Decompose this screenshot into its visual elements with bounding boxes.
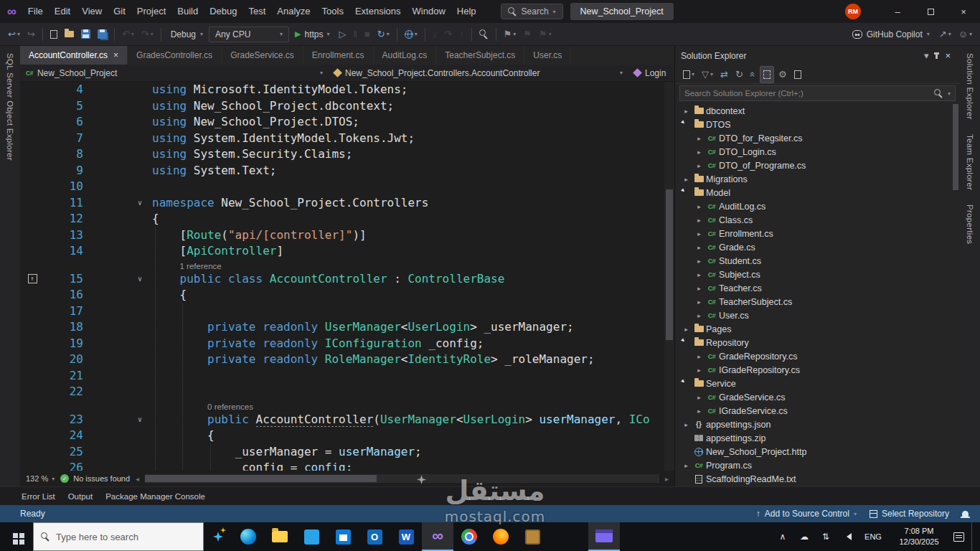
find-in-files-icon[interactable] bbox=[476, 26, 491, 43]
refresh-icon[interactable]: ↻ bbox=[732, 66, 746, 83]
fold-margin[interactable] bbox=[92, 460, 152, 471]
live-share-icon[interactable]: ↗▾ bbox=[936, 26, 954, 43]
tree-item-IGradeRepository.cs[interactable]: ▸C#IGradeRepository.cs bbox=[675, 363, 960, 377]
scrollbar-thumb[interactable] bbox=[666, 189, 673, 340]
store-icon[interactable] bbox=[327, 522, 359, 551]
fold-margin[interactable] bbox=[92, 303, 152, 320]
fold-margin[interactable] bbox=[92, 179, 152, 195]
panel-tab-package-manager-console[interactable]: Package Manager Console bbox=[105, 492, 205, 501]
fold-margin[interactable] bbox=[92, 428, 152, 444]
tab-GradesController.cs[interactable]: GradesController.cs bbox=[128, 46, 222, 65]
fold-margin[interactable] bbox=[92, 98, 152, 115]
next-bookmark-icon[interactable]: ⚑▾ bbox=[536, 26, 555, 43]
code-row[interactable]: 10 bbox=[20, 179, 674, 195]
start-button[interactable] bbox=[0, 522, 33, 551]
tree-item-GradeRepository.cs[interactable]: ▸C#GradeRepository.cs bbox=[675, 349, 960, 363]
side-tab-sql-server-object-explorer[interactable]: SQL Server Object Explorer bbox=[6, 53, 14, 161]
switch-views-icon[interactable]: ▾ bbox=[680, 66, 697, 83]
tree-expand-arrow-icon[interactable]: ▸ bbox=[694, 135, 705, 142]
menu-edit[interactable]: Edit bbox=[49, 0, 76, 23]
step-into-icon[interactable]: ↓ bbox=[430, 26, 440, 43]
preview-selected-icon[interactable] bbox=[791, 66, 804, 83]
codelens-references[interactable]: 0 references bbox=[207, 402, 253, 411]
tree-item-DTO_Login.cs[interactable]: ▸C#DTO_Login.cs bbox=[675, 145, 960, 159]
menu-help[interactable]: Help bbox=[451, 0, 482, 23]
taskbar-clock[interactable]: 7:08 PM 12/30/2025 bbox=[892, 526, 946, 547]
tree-item-Subject.cs[interactable]: ▸C#Subject.cs bbox=[675, 268, 960, 281]
fold-margin[interactable] bbox=[92, 368, 152, 385]
tab-GradeService.cs[interactable]: GradeService.cs bbox=[222, 46, 303, 65]
fold-margin[interactable] bbox=[92, 352, 152, 368]
document-health-indicator[interactable]: ✓ No issues found bbox=[60, 474, 130, 483]
code-row[interactable]: 26 _config = config; bbox=[20, 460, 674, 471]
panel-tab-error-list[interactable]: Error List bbox=[22, 492, 55, 501]
code-row[interactable]: 22 bbox=[20, 384, 674, 400]
fold-margin[interactable] bbox=[92, 146, 152, 163]
fold-margin[interactable] bbox=[92, 384, 152, 400]
send-feedback-icon[interactable]: ☺▾ bbox=[956, 26, 975, 43]
scrollbar-thumb[interactable] bbox=[145, 475, 377, 482]
menu-extensions[interactable]: Extensions bbox=[349, 0, 407, 23]
fold-margin[interactable] bbox=[92, 82, 152, 98]
panel-tab-output[interactable]: Output bbox=[68, 492, 93, 501]
platform-dropdown[interactable]: Any CPU ▾ bbox=[209, 27, 289, 42]
code-row[interactable]: 21 bbox=[20, 368, 674, 385]
menu-git[interactable]: Git bbox=[108, 0, 131, 23]
tree-item-appsettings.zip[interactable]: appsettings.zip bbox=[675, 431, 960, 445]
tree-item-Grade.cs[interactable]: ▸C#Grade.cs bbox=[675, 240, 960, 254]
collapse-region-icon[interactable]: ∨ bbox=[138, 195, 142, 212]
new-file-icon[interactable] bbox=[47, 26, 60, 43]
start-debugging-button[interactable]: ▶ https ▾ bbox=[289, 29, 336, 39]
side-tab-properties[interactable]: Properties bbox=[966, 204, 974, 244]
code-row[interactable]: 18 private readonly UserManager<UserLogi… bbox=[20, 319, 674, 336]
notifications-bell-icon[interactable] bbox=[962, 511, 969, 517]
tree-expand-arrow-icon[interactable]: ▸ bbox=[694, 285, 705, 292]
copilot-sparkle-icon[interactable] bbox=[204, 522, 232, 551]
volume-icon[interactable] bbox=[840, 533, 854, 540]
tree-item-Enrollment.cs[interactable]: ▸C#Enrollment.cs bbox=[675, 227, 960, 240]
zoom-control[interactable]: 132 % ▾ bbox=[26, 474, 55, 483]
collapse-region-icon[interactable]: ∨ bbox=[138, 271, 142, 288]
hidden-icons-chevron[interactable]: ∧ bbox=[776, 532, 790, 542]
tree-expand-arrow-icon[interactable]: ▸ bbox=[681, 176, 692, 183]
tab-AuditLog.cs[interactable]: AuditLog.cs bbox=[374, 46, 437, 65]
app-window-icon[interactable] bbox=[588, 522, 620, 551]
maximize-button[interactable] bbox=[914, 0, 947, 23]
show-all-files-icon[interactable] bbox=[760, 66, 774, 83]
fold-margin[interactable] bbox=[92, 114, 152, 131]
tree-expand-arrow-icon[interactable]: ▸ bbox=[694, 258, 705, 265]
configuration-dropdown[interactable]: Debug ▾ bbox=[165, 29, 209, 39]
fold-margin[interactable] bbox=[92, 319, 152, 336]
breadcrumb-project-dropdown[interactable]: C# New_School_Project ▾ bbox=[20, 65, 329, 81]
code-editor[interactable]: 4using Microsoft.IdentityModel.Tokens;5u… bbox=[20, 82, 674, 471]
fold-margin[interactable] bbox=[92, 211, 152, 227]
outlook-icon[interactable]: O bbox=[359, 522, 390, 551]
step-out-icon[interactable]: ↑ bbox=[456, 26, 467, 43]
close-button[interactable]: × bbox=[947, 0, 980, 23]
fold-margin[interactable] bbox=[92, 227, 152, 244]
tree-item-Service[interactable]: ▸Service bbox=[675, 377, 960, 390]
tab-User.cs[interactable]: User.cs bbox=[524, 46, 571, 65]
menu-file[interactable]: File bbox=[22, 0, 49, 23]
tree-expand-arrow-icon[interactable]: ▸ bbox=[681, 326, 692, 333]
tree-expand-arrow-icon[interactable]: ▸ bbox=[681, 108, 692, 115]
menu-test[interactable]: Test bbox=[242, 0, 271, 23]
tab-Enrollment.cs[interactable]: Enrollment.cs bbox=[303, 46, 374, 65]
toolwindow-menu-icon[interactable]: ▾ bbox=[921, 47, 932, 65]
edge-icon[interactable] bbox=[232, 522, 264, 551]
tree-item-TeacherSubject.cs[interactable]: ▸C#TeacherSubject.cs bbox=[675, 295, 960, 309]
side-tab-solution-explorer[interactable]: Solution Explorer bbox=[966, 53, 974, 120]
menu-view[interactable]: View bbox=[76, 0, 108, 23]
fold-margin[interactable]: ∨ bbox=[92, 271, 152, 288]
tree-expand-arrow-icon[interactable]: ▸ bbox=[694, 298, 705, 306]
code-row[interactable]: 13 [Route("api/[controller]")] bbox=[20, 227, 674, 244]
taskbar-search[interactable] bbox=[33, 522, 204, 551]
solution-search-input[interactable] bbox=[684, 89, 930, 98]
tree-expand-arrow-icon[interactable]: ▸ bbox=[680, 187, 693, 199]
minimize-button[interactable]: – bbox=[881, 0, 914, 23]
tree-expand-arrow-icon[interactable]: ▸ bbox=[694, 353, 705, 360]
add-to-source-control-button[interactable]: ↑ Add to Source Control ▾ bbox=[756, 509, 857, 519]
show-desktop-button[interactable] bbox=[971, 522, 976, 551]
fold-margin[interactable] bbox=[92, 336, 152, 352]
side-tab-team-explorer[interactable]: Team Explorer bbox=[966, 134, 974, 190]
